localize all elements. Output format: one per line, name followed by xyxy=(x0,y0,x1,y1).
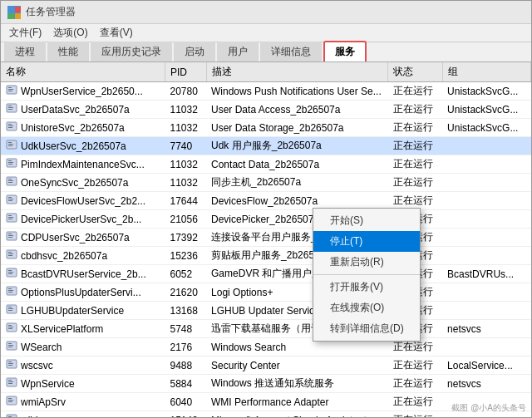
table-row[interactable]: OptionsPlusUpdaterServi...21620Logi Opti… xyxy=(1,283,531,302)
context-menu-item[interactable]: 转到详细信息(D) xyxy=(313,318,420,339)
service-icon xyxy=(6,175,17,189)
task-manager-window: 任务管理器 文件(F) 选项(O) 查看(V) 进程 性能 应用历史记录 启动 … xyxy=(0,0,532,418)
cell-status: 正在运行 xyxy=(388,174,443,192)
table-row[interactable]: UserDataSvc_2b26507a11032User Data Acces… xyxy=(1,101,531,119)
cell-pid: 21056 xyxy=(165,210,206,229)
svg-rect-50 xyxy=(8,290,13,291)
svg-rect-73 xyxy=(8,398,12,399)
cell-pid: 17392 xyxy=(165,229,206,247)
col-group[interactable]: 组 xyxy=(442,62,530,82)
menu-file[interactable]: 文件(F) xyxy=(4,24,47,42)
context-menu-item[interactable]: 在线搜索(O) xyxy=(313,298,420,318)
context-menu-item[interactable]: 重新启动(R) xyxy=(313,252,420,273)
table-row[interactable]: DevicePickerUserSvc_2b...21056DevicePick… xyxy=(1,210,531,229)
table-row[interactable]: WpnService5884Windows 推送通知系统服务正在运行netsvc… xyxy=(1,375,531,393)
cell-group: LocalService... xyxy=(442,357,530,375)
cell-name: cbdhsvc_2b26507a xyxy=(1,247,165,265)
service-name: cbdhsvc_2b26507a xyxy=(21,250,107,262)
cell-pid: 11032 xyxy=(165,155,206,174)
cell-group xyxy=(442,155,530,174)
table-row[interactable]: BcastDVRUserService_2b...6052GameDVR 和广播… xyxy=(1,265,531,283)
svg-rect-9 xyxy=(8,106,12,106)
table-row[interactable]: XLServicePlatform5748迅雷下载基础服务（用于快速申请磁盘..… xyxy=(1,320,531,338)
table-row[interactable]: WSearch2176Windows Search正在运行 xyxy=(1,338,531,357)
svg-rect-41 xyxy=(8,252,12,253)
table-row[interactable]: cbdhsvc_2b26507a15236剪贴板用户服务_2b26507a正在运… xyxy=(1,247,531,265)
table-row[interactable]: CDPUserSvc_2b26507a17392连接设备平台用户服务_2b265… xyxy=(1,229,531,247)
service-name: UdkUserSvc_2b26507a xyxy=(21,140,126,152)
tab-details[interactable]: 详细信息 xyxy=(260,42,322,61)
table-row[interactable]: UnistoreSvc_2b26507a11032User Data Stora… xyxy=(1,119,531,137)
cell-name: UserDataSvc_2b26507a xyxy=(1,101,165,119)
tab-services[interactable]: 服务 xyxy=(323,41,367,61)
cell-desc: User Data Storage_2b26507a xyxy=(206,119,388,137)
svg-rect-1 xyxy=(15,7,21,12)
col-status[interactable]: 状态 xyxy=(388,62,443,82)
col-name[interactable]: 名称 xyxy=(1,62,165,82)
svg-rect-45 xyxy=(8,270,12,271)
cell-status: 正在运行 xyxy=(388,393,443,411)
service-name: UnistoreSvc_2b26507a xyxy=(21,122,125,134)
service-name: CDPUserSvc_2b26507a xyxy=(21,232,130,243)
svg-rect-6 xyxy=(8,89,13,90)
service-name: wscsvc xyxy=(21,360,53,371)
tab-process[interactable]: 进程 xyxy=(4,42,46,61)
svg-rect-39 xyxy=(8,237,12,238)
menu-options[interactable]: 选项(O) xyxy=(48,24,92,42)
context-menu-item[interactable]: 开始(S) xyxy=(313,210,420,231)
cell-name: wlidsvc xyxy=(1,411,165,418)
table-row[interactable]: PimIndexMaintenanceSvc...11032Contact Da… xyxy=(1,155,531,174)
cell-pid: 6052 xyxy=(165,265,206,283)
cell-status: 正在运行 xyxy=(388,119,443,137)
menu-view[interactable]: 查看(V) xyxy=(95,24,138,42)
context-menu-item[interactable]: 停止(T) xyxy=(313,231,420,252)
cell-group xyxy=(442,174,530,192)
cell-pid: 17644 xyxy=(165,192,206,210)
service-icon xyxy=(6,84,17,98)
cell-pid: 21620 xyxy=(165,283,206,302)
svg-rect-55 xyxy=(8,310,12,311)
cell-status: 正在运行 xyxy=(388,82,443,101)
svg-rect-57 xyxy=(8,325,12,326)
cell-name: WpnService xyxy=(1,375,165,393)
services-table-container[interactable]: 名称 PID 描述 状态 组 WpnUserService_2b2650...2… xyxy=(1,62,531,417)
service-name: OneSyncSvc_2b26507a xyxy=(21,177,128,189)
cell-pid: 11032 xyxy=(165,174,206,192)
cell-name: PimIndexMaintenanceSvc... xyxy=(1,155,165,174)
service-icon xyxy=(6,248,17,263)
cell-pid: 2176 xyxy=(165,338,206,357)
service-icon xyxy=(6,139,17,153)
table-row[interactable]: UdkUserSvc_2b26507a7740Udk 用户服务_2b26507a… xyxy=(1,137,531,155)
cell-name: wscsvc xyxy=(1,357,165,375)
cell-group xyxy=(442,210,530,229)
svg-rect-43 xyxy=(8,255,12,256)
table-row[interactable]: OneSyncSvc_2b26507a11032同步主机_2b26507a正在运… xyxy=(1,174,531,192)
context-menu-item[interactable]: 打开服务(V) xyxy=(313,277,420,298)
service-icon xyxy=(6,157,17,171)
svg-rect-67 xyxy=(8,365,12,366)
tab-bar: 进程 性能 应用历史记录 启动 用户 详细信息 服务 xyxy=(1,42,531,62)
service-name: wmiApSrv xyxy=(21,396,66,408)
svg-rect-22 xyxy=(8,162,13,163)
cell-pid: 20780 xyxy=(165,82,206,101)
cell-status: 正在运行 xyxy=(388,101,443,119)
cell-group xyxy=(442,192,530,210)
tab-performance[interactable]: 性能 xyxy=(47,42,89,61)
cell-name: UnistoreSvc_2b26507a xyxy=(1,119,165,137)
tab-users[interactable]: 用户 xyxy=(217,42,259,61)
col-pid[interactable]: PID xyxy=(165,62,206,82)
table-row[interactable]: wscsvc9488Security Center正在运行LocalServic… xyxy=(1,357,531,375)
menu-bar: 文件(F) 选项(O) 查看(V) xyxy=(1,24,531,42)
cell-desc: User Data Access_2b26507a xyxy=(206,101,388,119)
cell-desc: Microsoft Account Sign-in Assistant xyxy=(206,411,388,418)
cell-group: BcastDVRUs... xyxy=(442,265,530,283)
cell-name: CDPUserSvc_2b26507a xyxy=(1,229,165,247)
table-row[interactable]: WpnUserService_2b2650...20780Windows Pus… xyxy=(1,82,531,101)
table-row[interactable]: DevicesFlowUserSvc_2b2...17644DevicesFlo… xyxy=(1,192,531,210)
col-desc[interactable]: 描述 xyxy=(206,62,388,82)
tab-history[interactable]: 应用历史记录 xyxy=(91,42,172,61)
svg-rect-26 xyxy=(8,180,13,181)
tab-startup[interactable]: 启动 xyxy=(174,42,215,61)
table-row[interactable]: LGHUBUpdaterService13168LGHUB Updater Se… xyxy=(1,302,531,320)
service-name: DevicesFlowUserSvc_2b2... xyxy=(21,195,145,207)
